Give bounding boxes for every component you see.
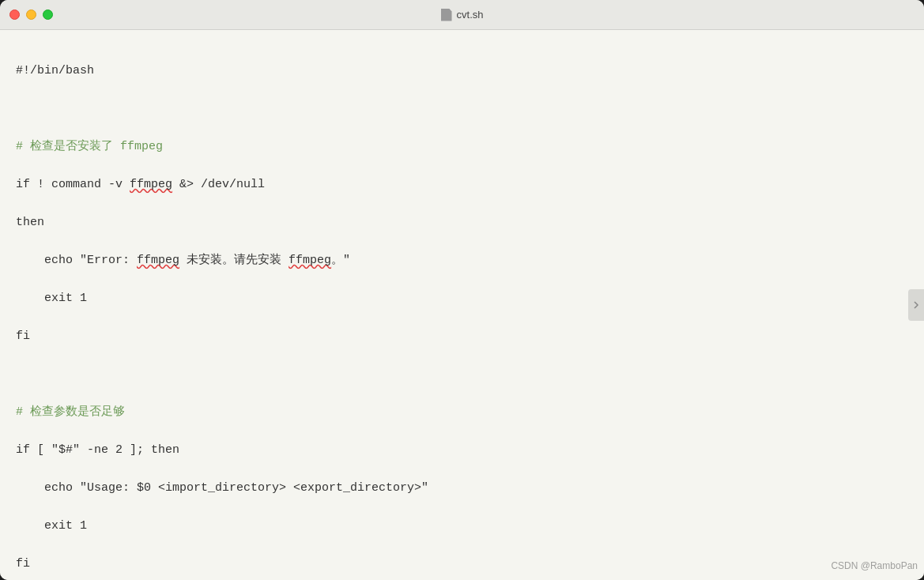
line-8: fi [16, 327, 908, 346]
line-blank-2 [16, 365, 908, 384]
line-12: echo "Usage: $0 <import_directory> <expo… [16, 479, 908, 498]
maximize-button[interactable] [43, 9, 53, 20]
minimize-button[interactable] [26, 9, 36, 20]
code-editor[interactable]: #!/bin/bash # 检查是否安装了 ffmpeg if ! comman… [0, 30, 924, 580]
line-7: exit 1 [16, 289, 908, 308]
file-icon [441, 9, 452, 21]
line-10: # 检查参数是否足够 [16, 403, 908, 422]
line-14: fi [16, 555, 908, 574]
title-text: cvt.sh [457, 9, 484, 21]
line-3: # 检查是否安装了 ffmpeg [16, 137, 908, 156]
side-button[interactable] [908, 289, 924, 321]
line-6: echo "Error: ffmpeg 未安装。请先安装 ffmpeg。" [16, 251, 908, 270]
line-5: then [16, 213, 908, 232]
line-blank-1 [16, 100, 908, 119]
titlebar: cvt.sh [0, 0, 924, 30]
close-button[interactable] [9, 9, 20, 20]
line-13: exit 1 [16, 517, 908, 536]
line-1: #!/bin/bash [16, 62, 908, 81]
line-4: if ! command -v ffmpeg &> /dev/null [16, 175, 908, 194]
window-title: cvt.sh [441, 9, 484, 21]
line-11: if [ "$#" -ne 2 ]; then [16, 441, 908, 460]
watermark: CSDN @RamboPan [831, 559, 918, 574]
window-controls[interactable] [9, 9, 53, 20]
editor-window: cvt.sh #!/bin/bash # 检查是否安装了 ffmpeg if !… [0, 0, 924, 580]
